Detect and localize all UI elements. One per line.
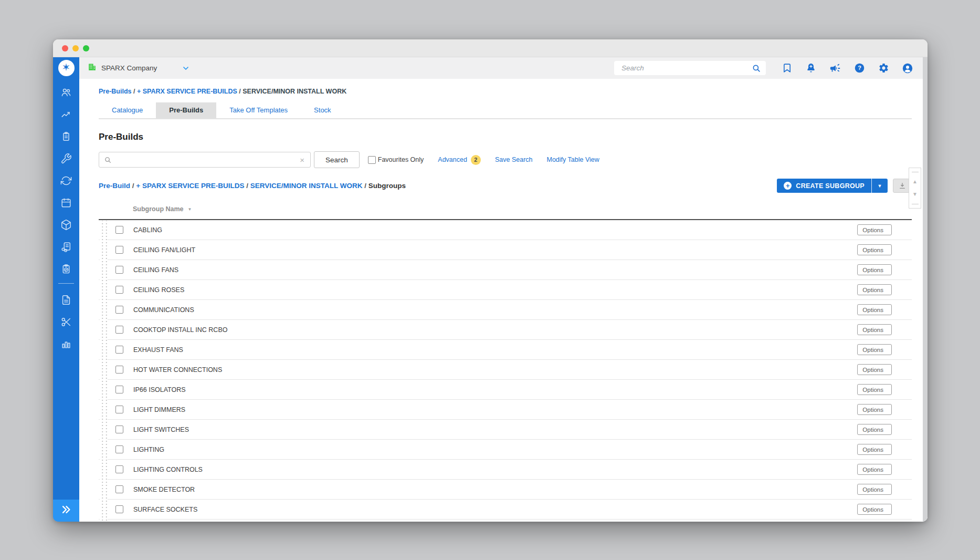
options-button[interactable]: Options xyxy=(857,244,892,255)
sort-descending-icon[interactable]: ▼ xyxy=(188,207,192,212)
row-checkbox[interactable] xyxy=(115,226,123,234)
options-button[interactable]: Options xyxy=(857,284,892,295)
star-icon: ✶ xyxy=(62,62,71,72)
vertical-scrollbar-track[interactable] xyxy=(923,57,928,522)
options-button[interactable]: Options xyxy=(857,484,892,495)
save-search-link[interactable]: Save Search xyxy=(495,156,533,163)
breadcrumb-link[interactable]: + SPARX SERVICE PRE-BUILDS xyxy=(136,182,244,190)
sidebar-item-wrench[interactable] xyxy=(53,148,79,170)
table-row: LIGHT SWITCHES Options xyxy=(99,420,912,440)
row-checkbox[interactable] xyxy=(115,445,123,453)
logo-circle: ✶ xyxy=(58,60,75,76)
sidebar-item-users[interactable] xyxy=(53,81,79,103)
scroll-down-arrow-icon[interactable]: ▼ xyxy=(912,192,918,197)
row-checkbox[interactable] xyxy=(115,306,123,314)
options-label: Options xyxy=(862,267,883,273)
options-button[interactable]: Options xyxy=(857,304,892,315)
row-checkbox[interactable] xyxy=(115,326,123,334)
app-logo[interactable]: ✶ xyxy=(53,57,79,78)
options-label: Options xyxy=(862,367,883,373)
options-button[interactable]: Options xyxy=(857,344,892,355)
clear-icon[interactable]: × xyxy=(299,156,305,164)
search-icon[interactable] xyxy=(752,64,761,73)
traffic-light-zoom[interactable] xyxy=(83,45,89,51)
breadcrumb-link[interactable]: + SPARX SERVICE PRE-BUILDS xyxy=(137,88,237,95)
options-label: Options xyxy=(862,307,883,313)
page-content: Pre-Builds / + SPARX SERVICE PRE-BUILDS … xyxy=(79,79,928,522)
options-label: Options xyxy=(862,347,883,353)
drag-handle-strip[interactable] xyxy=(100,221,108,522)
clipboard-icon xyxy=(60,131,72,142)
options-button[interactable]: Options xyxy=(857,264,892,275)
topbar-megaphone[interactable] xyxy=(829,62,841,75)
page-title: Pre-Builds xyxy=(99,132,912,142)
options-button[interactable]: Options xyxy=(857,424,892,435)
scroll-up-arrow-icon[interactable]: ▲ xyxy=(912,179,918,184)
topbar-help[interactable]: ? xyxy=(853,62,866,75)
sidebar-item-bar-chart[interactable] xyxy=(53,333,79,355)
sidebar-item-scissors[interactable] xyxy=(53,311,79,333)
sidebar-item-repeat[interactable] xyxy=(53,170,79,192)
options-label: Options xyxy=(862,227,883,233)
table-row: SWITCHED SOCKET OUTLETS Options xyxy=(99,520,912,522)
breadcrumb-link[interactable]: Pre-Build xyxy=(99,182,130,190)
row-checkbox[interactable] xyxy=(115,346,123,354)
options-button[interactable]: Options xyxy=(857,224,892,235)
sidebar-expand-button[interactable] xyxy=(53,500,79,522)
sidebar-item-trending[interactable] xyxy=(53,103,79,126)
sidebar-item-document-tags[interactable] xyxy=(53,236,79,258)
company-selector[interactable]: SPARX Company xyxy=(88,63,190,74)
row-checkbox[interactable] xyxy=(115,426,123,433)
row-checkbox[interactable] xyxy=(115,246,123,254)
scroll-top-line xyxy=(912,172,919,172)
tab-stock[interactable]: Stock xyxy=(301,102,344,118)
create-subgroup-button[interactable]: + CREATE SUBGROUP xyxy=(777,179,871,193)
subgroup-name: SMOKE DETECTOR xyxy=(133,486,195,493)
subgroup-name: LIGHT DIMMERS xyxy=(133,406,185,413)
options-button[interactable]: Options xyxy=(857,464,892,475)
options-button[interactable]: Options xyxy=(857,324,892,335)
options-button[interactable]: Options xyxy=(857,444,892,455)
table-row: EXHAUST FANS Options xyxy=(99,340,912,360)
advanced-link[interactable]: Advanced xyxy=(438,156,467,163)
modify-table-view-link[interactable]: Modify Table View xyxy=(547,156,599,163)
row-checkbox[interactable] xyxy=(115,286,123,294)
topbar-gear[interactable] xyxy=(877,62,890,75)
column-header-subgroup-name[interactable]: Subgroup Name xyxy=(133,205,184,213)
sidebar-item-file[interactable] xyxy=(53,289,79,311)
breadcrumb-link[interactable]: Pre-Builds xyxy=(99,88,132,95)
row-checkbox[interactable] xyxy=(115,465,123,473)
options-button[interactable]: Options xyxy=(857,364,892,375)
options-button[interactable]: Options xyxy=(857,404,892,415)
sidebar-item-clipboard[interactable] xyxy=(53,126,79,148)
topbar-bookmark[interactable] xyxy=(781,62,793,75)
tab-pre-builds[interactable]: Pre-Builds xyxy=(156,102,216,118)
traffic-light-close[interactable] xyxy=(62,45,68,51)
favourites-only-checkbox[interactable] xyxy=(368,156,376,164)
tab-take-off-templates[interactable]: Take Off Templates xyxy=(216,102,301,118)
search-field[interactable] xyxy=(115,155,299,164)
topbar-bell-plus[interactable] xyxy=(805,62,817,75)
search-button[interactable]: Search xyxy=(314,151,360,168)
row-checkbox[interactable] xyxy=(115,386,123,393)
tab-catalogue[interactable]: Catalogue xyxy=(99,102,156,118)
breadcrumb-link[interactable]: SERVICE/MINOR INSTALL WORK xyxy=(250,182,363,190)
options-button[interactable]: Options xyxy=(857,504,892,515)
traffic-light-minimize[interactable] xyxy=(72,45,79,51)
search-input[interactable]: × xyxy=(99,152,311,168)
sidebar-item-cube[interactable] xyxy=(53,214,79,236)
create-subgroup-dropdown[interactable]: ▼ xyxy=(871,179,888,193)
row-checkbox[interactable] xyxy=(115,485,123,493)
download-icon xyxy=(898,182,907,190)
topbar-search-input[interactable] xyxy=(620,64,752,72)
row-checkbox[interactable] xyxy=(115,266,123,274)
topbar-user[interactable] xyxy=(901,62,914,75)
row-checkbox[interactable] xyxy=(115,505,123,513)
sidebar-item-clipboard-check[interactable] xyxy=(53,258,79,280)
sidebar-item-calendar[interactable] xyxy=(53,192,79,214)
topbar-search[interactable] xyxy=(614,61,766,75)
options-button[interactable]: Options xyxy=(857,384,892,395)
row-checkbox[interactable] xyxy=(115,406,123,413)
row-checkbox[interactable] xyxy=(115,366,123,374)
users-icon xyxy=(60,87,72,98)
